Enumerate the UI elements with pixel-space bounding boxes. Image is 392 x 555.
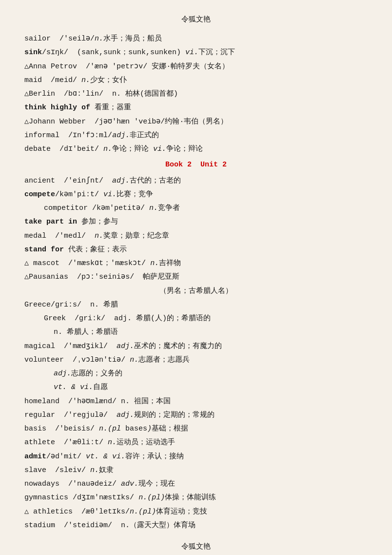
entry-take-part-in: take part in 参加；参与 [24, 216, 368, 228]
main-content: sailor /'seilə/n.水手；海员；船员 sink/sɪŋk/ (sa… [24, 33, 368, 532]
entry-gymnastics: gymnastics /dʒɪm'næstɪks/ n.(pl)体操；体能训练 [24, 492, 368, 504]
entry-sink: sink/sɪŋk/ (sank,sunk；sunk,sunken) vi.下沉… [24, 46, 368, 59]
entry-text: gymnastics /dʒɪm'næstɪks/ n.(pl)体操；体能训练 [24, 493, 216, 502]
entry-bold: take part in [24, 218, 77, 226]
entry-text: sailor /'seilə/n.水手；海员；船员 [24, 35, 162, 43]
entry-text: volunteer /ˌvɔlən'tiə/ n.志愿者；志愿兵 [24, 356, 190, 364]
entry-think-highly: think highly of 看重；器重 [24, 102, 368, 114]
section-header-book2: Book 2 Unit 2 [24, 159, 368, 171]
entry-regular: regular /'regjulə/ adj.规则的；定期的；常规的 [24, 409, 368, 422]
entry-berlin: △Berlin /bɑː'lin/ n. 柏林(德国首都) [24, 88, 368, 101]
entry-stadium: stadium /'steidiəm/ n.（露天大型）体育场 [24, 519, 368, 532]
entry-nowadays: nowadays /'nauədeiz/ adv.现今；现在 [24, 478, 368, 491]
entry-bold: stand for [24, 246, 64, 254]
entry-text: 看重；器重 [90, 103, 131, 112]
page-footer: 令狐文艳 [24, 542, 368, 551]
entry-maid: maid /meid/ n.少女；女仆 [24, 74, 368, 87]
entry-text: /kəm'piːt/ vi.比赛；竞争 [55, 190, 153, 199]
entry-homeland: homeland /'həʊmlænd/ n. 祖国；本国 [24, 395, 368, 408]
entry-text: stadium /'steidiəm/ n.（露天大型）体育场 [24, 521, 196, 530]
entry-text: informal /ɪn'fɔːml/adj.非正式的 [24, 131, 159, 140]
entry-text: homeland /'həʊmlænd/ n. 祖国；本国 [24, 397, 171, 406]
entry-admit: admit/əd'mit/ vt. & vi.容许；承认；接纳 [24, 451, 368, 463]
entry-volunteer-vt: vt. & vi.自愿 [24, 381, 368, 394]
entry-volunteer: volunteer /ˌvɔlən'tiə/ n.志愿者；志愿兵 [24, 354, 368, 367]
entry-text: △ athletics /æθ'letɪks/n.(pl)体育运动；竞技 [24, 508, 207, 516]
entry-text: /sɪŋk/ (sank,sunk；sunk,sunken) vi.下沉；沉下 [42, 48, 235, 57]
entry-bold: compete [24, 190, 55, 199]
entry-volunteer-adj: adj.志愿的；义务的 [24, 368, 368, 380]
entry-text: △Anna Petrov /'ænə 'petrɔv/ 安娜·帕特罗夫（女名） [24, 62, 229, 71]
entry-text: Greek /griːk/ adj. 希腊(人)的；希腊语的 [44, 314, 211, 323]
entry-competitor: competitor /kəm'petitə/ n.竞争者 [24, 202, 368, 215]
entry-text: △Berlin /bɑː'lin/ n. 柏林(德国首都) [24, 90, 178, 98]
entry-pausanias: △Pausanias /pɔː'seiniəs/ 帕萨尼亚斯 [24, 271, 368, 284]
entry-text: /əd'mit/ vt. & vi.容许；承认；接纳 [46, 452, 184, 461]
entry-text: Greece/griːs/ n. 希腊 [24, 301, 118, 309]
entry-text: adj.志愿的；义务的 [54, 370, 122, 378]
entry-medal: medal /'medl/ n.奖章；勋章；纪念章 [24, 230, 368, 243]
entry-informal: informal /ɪn'fɔːml/adj.非正式的 [24, 129, 368, 142]
entry-text: regular /'regjulə/ adj.规则的；定期的；常规的 [24, 411, 215, 419]
entry-text: medal /'medl/ n.奖章；勋章；纪念章 [24, 232, 169, 240]
entry-bold: admit [24, 452, 46, 461]
entry-text: 参加；参与 [77, 218, 118, 226]
entry-text: basis /'beisis/ n.(pl bases)基础；根据 [24, 425, 188, 433]
entry-greek-n: n. 希腊人；希腊语 [24, 326, 368, 339]
entry-bold: think highly of [24, 103, 90, 112]
entry-text: athlete /'æθliːt/ n.运动员；运动选手 [24, 438, 175, 447]
entry-magical: magical /'mædʒikl/ adj.巫术的；魔术的；有魔力的 [24, 340, 368, 353]
footer-title: 令狐文艳 [181, 543, 211, 551]
header-title: 令狐文艳 [181, 16, 211, 24]
entry-text: vt. & vi.自愿 [54, 383, 108, 391]
entry-bold: sink [24, 48, 42, 57]
entry-text: n. 希腊人；希腊语 [54, 328, 118, 336]
entry-mascot: △ mascot /'mæskɑt；'mæskɔt/ n.吉祥物 [24, 257, 368, 270]
entry-johann: △Johann Webber /jəʊ'hæn 'veibə/约翰·韦伯（男名） [24, 116, 368, 128]
entry-text: competitor /kəm'petitə/ n.竞争者 [44, 204, 180, 212]
entry-debate: debate /dɪ'beit/ n.争论；辩论 vi.争论；辩论 [24, 143, 368, 156]
entry-anna: △Anna Petrov /'ænə 'petrɔv/ 安娜·帕特罗夫（女名） [24, 61, 368, 73]
entry-text: △Johann Webber /jəʊ'hæn 'veibə/约翰·韦伯（男名） [24, 118, 228, 126]
entry-basis: basis /'beisis/ n.(pl bases)基础；根据 [24, 423, 368, 435]
entry-greek: Greek /griːk/ adj. 希腊(人)的；希腊语的 [24, 312, 368, 325]
entry-pausanias-sub: （男名；古希腊人名） [24, 285, 368, 298]
entry-text: magical /'mædʒikl/ adj.巫术的；魔术的；有魔力的 [24, 342, 222, 350]
entry-text: nowadays /'nauədeiz/ adv.现今；现在 [24, 480, 175, 488]
entry-text: debate /dɪ'beit/ n.争论；辩论 vi.争论；辩论 [24, 145, 203, 153]
entry-text: 代表；象征；表示 [64, 246, 127, 254]
entry-text: △ mascot /'mæskɑt；'mæskɔt/ n.吉祥物 [24, 259, 181, 267]
entry-athlete: athlete /'æθliːt/ n.运动员；运动选手 [24, 436, 368, 449]
entry-athletics: △ athletics /æθ'letɪks/n.(pl)体育运动；竞技 [24, 506, 368, 518]
entry-stand-for: stand for 代表；象征；表示 [24, 244, 368, 256]
page-header: 令狐文艳 [24, 15, 368, 24]
entry-text: （男名；古希腊人名） [159, 287, 233, 295]
entry-text: slave /sleiv/ n.奴隶 [24, 466, 114, 474]
entry-slave: slave /sleiv/ n.奴隶 [24, 464, 368, 477]
entry-sailor: sailor /'seilə/n.水手；海员；船员 [24, 33, 368, 45]
entry-text: △Pausanias /pɔː'seiniəs/ 帕萨尼亚斯 [24, 273, 179, 281]
entry-ancient: ancient /'einʃnt/ adj.古代的；古老的 [24, 175, 368, 187]
section-title: Book 2 Unit 2 [24, 159, 368, 171]
entry-compete: compete/kəm'piːt/ vi.比赛；竞争 [24, 188, 368, 201]
entry-greece: Greece/griːs/ n. 希腊 [24, 299, 368, 311]
entry-text: ancient /'einʃnt/ adj.古代的；古老的 [24, 177, 181, 185]
entry-text: maid /meid/ n.少女；女仆 [24, 76, 127, 84]
